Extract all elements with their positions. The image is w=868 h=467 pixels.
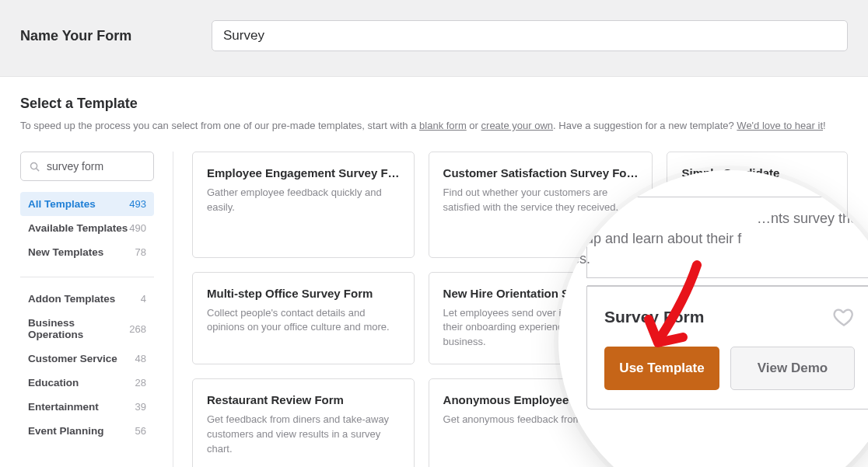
name-form-bar: Name Your Form	[0, 0, 868, 77]
card-title: Multi-step Office Survey Form	[207, 287, 400, 300]
select-template-subtext: To speed up the process you can select f…	[20, 120, 848, 131]
suggest-template-link[interactable]: We'd love to hear it	[737, 120, 823, 131]
subtext: . Have a suggestion for a new template?	[553, 120, 737, 131]
cat-label: Entertainment	[28, 401, 99, 413]
name-form-label: Name Your Form	[20, 28, 212, 44]
cat-count: 28	[135, 377, 146, 389]
cat-business-operations[interactable]: Business Operations 268	[20, 311, 154, 347]
cat-label: All Templates	[28, 198, 96, 210]
zoom-card-fragment: …nts survey the oup and learn about thei…	[586, 197, 868, 278]
cat-event-planning[interactable]: Event Planning 56	[20, 419, 154, 443]
svg-point-0	[31, 162, 37, 169]
subtext: !	[823, 120, 826, 131]
zoom-card-title: Survey Form	[604, 308, 704, 326]
cat-education[interactable]: Education 28	[20, 371, 154, 395]
svg-line-1	[37, 168, 39, 170]
cat-label: Addon Templates	[28, 293, 115, 305]
cat-count: 78	[135, 246, 146, 258]
sidebar-divider	[20, 277, 154, 277]
cat-available-templates[interactable]: Available Templates 490	[20, 216, 154, 240]
subtext: To speed up the process you can select f…	[20, 120, 419, 131]
cat-customer-service[interactable]: Customer Service 48	[20, 347, 154, 371]
cat-count: 39	[135, 401, 146, 413]
template-card[interactable]: Restaurant Review Form Get feedback from…	[192, 378, 415, 467]
select-template-title: Select a Template	[20, 96, 848, 112]
template-search[interactable]	[20, 152, 154, 181]
subtext: or	[467, 120, 481, 131]
cat-entertainment[interactable]: Entertainment 39	[20, 395, 154, 419]
cat-new-templates[interactable]: New Templates 78	[20, 240, 154, 264]
frag-text: …nts survey the	[601, 208, 858, 228]
form-name-input[interactable]	[212, 20, 848, 51]
template-search-input[interactable]	[47, 160, 183, 173]
cat-count: 56	[135, 425, 146, 437]
card-title: Employee Engagement Survey F…	[207, 166, 400, 179]
frag-text: vities.	[558, 249, 858, 269]
cat-count: 490	[129, 222, 146, 234]
select-template-header: Select a Template To speed up the proces…	[0, 77, 868, 131]
search-icon	[29, 161, 40, 173]
cat-addon-templates[interactable]: Addon Templates 4	[20, 287, 154, 311]
template-sidebar: All Templates 493 Available Templates 49…	[20, 152, 173, 467]
card-desc: Gather employee feedback quickly and eas…	[207, 186, 400, 215]
card-desc: Find out whether your customers are sati…	[443, 186, 639, 215]
cat-label: Event Planning	[28, 425, 104, 437]
zoom-template-card[interactable]: Survey Form Use Template View Demo	[586, 286, 868, 409]
heart-icon[interactable]	[833, 306, 855, 328]
cat-count: 48	[135, 353, 146, 364]
cat-label: Education	[28, 377, 79, 389]
cat-label: Available Templates	[28, 222, 128, 234]
cat-label: Business Operations	[28, 317, 129, 340]
view-demo-button[interactable]: View Demo	[730, 347, 855, 390]
cat-label: New Templates	[28, 246, 103, 258]
cat-count: 493	[129, 198, 146, 210]
blank-form-link[interactable]: blank form	[419, 120, 467, 131]
cat-count: 268	[129, 323, 146, 335]
card-title: Restaurant Review Form	[207, 393, 400, 406]
cat-count: 4	[141, 293, 146, 305]
card-desc: Get feedback from diners and take-away c…	[207, 413, 400, 457]
cat-all-templates[interactable]: All Templates 493	[20, 192, 154, 216]
card-title: Customer Satisfaction Survey Fo…	[443, 166, 639, 179]
template-card[interactable]: Multi-step Office Survey Form Collect pe…	[192, 272, 415, 365]
cat-label: Customer Service	[28, 353, 117, 364]
card-desc: Collect people's contact details and opi…	[207, 306, 400, 336]
use-template-button[interactable]: Use Template	[604, 347, 719, 390]
frag-text: oup and learn about their f	[578, 228, 858, 249]
template-card[interactable]: Employee Engagement Survey F… Gather emp…	[192, 152, 415, 258]
create-your-own-link[interactable]: create your own	[481, 120, 554, 131]
